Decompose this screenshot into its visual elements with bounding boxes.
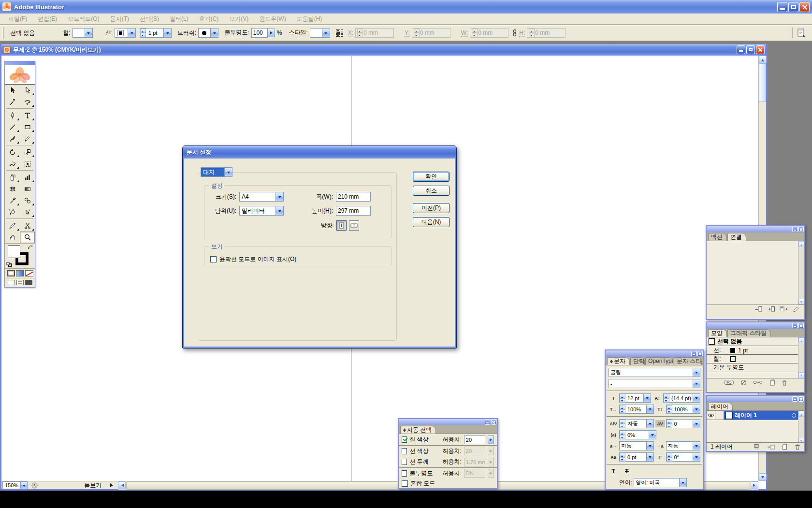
layer-row[interactable]: 레이어 1 — [707, 411, 798, 420]
fill-tolerance-field[interactable]: 20 — [464, 435, 485, 444]
link-dimensions-icon[interactable] — [512, 29, 517, 37]
gradient-tool[interactable] — [20, 183, 35, 195]
new-art-maintains-appearance-icon[interactable] — [724, 379, 734, 385]
portrait-orientation-button[interactable] — [336, 220, 347, 231]
leading-combo[interactable]: (14.4 pt) — [663, 393, 700, 403]
stroke-color-dropdown[interactable] — [115, 28, 136, 38]
go-to-bridge-icon[interactable] — [797, 28, 807, 38]
line-segment-tool[interactable] — [5, 121, 20, 133]
tab-character[interactable]: 문자 — [607, 357, 630, 365]
slice-tool[interactable] — [5, 220, 20, 232]
layer-visibility-toggle[interactable] — [707, 411, 715, 420]
stepper-icon[interactable] — [620, 420, 625, 428]
tab-opentype[interactable]: OpenType — [645, 357, 673, 365]
vertical-scroll-thumb[interactable] — [759, 63, 766, 102]
unit-dropdown[interactable]: 밀리미터 — [239, 206, 284, 216]
tsume-combo[interactable]: 0% — [619, 430, 656, 439]
current-tool-status[interactable]: 돋보기 — [84, 481, 102, 490]
zoom-level-dropdown[interactable]: 150% — [2, 481, 28, 489]
scroll-up-button[interactable] — [798, 411, 804, 417]
stepper-icon[interactable] — [664, 394, 669, 403]
rotate-tool[interactable] — [5, 146, 20, 158]
menu-filter[interactable]: 필터(L) — [164, 15, 194, 23]
swap-fill-stroke-icon[interactable] — [28, 245, 33, 250]
tab-layers[interactable]: 레이어 — [708, 403, 733, 410]
palette-minimize-button[interactable] — [485, 420, 490, 425]
palette-close-button[interactable] — [798, 227, 804, 232]
tab-paragraph[interactable]: 단락 — [630, 357, 645, 365]
stepper-icon[interactable] — [620, 431, 625, 439]
next-button[interactable]: 다음(N) — [413, 217, 450, 227]
w-field[interactable]: 0 mm — [470, 28, 508, 38]
width-field[interactable]: 210 mm — [336, 192, 371, 202]
palette-titlebar[interactable] — [399, 419, 497, 425]
previous-button[interactable]: 이전(P) — [413, 203, 450, 213]
tab-graphic-styles[interactable]: 그래픽 스타일 — [727, 329, 771, 337]
dialog-section-dropdown[interactable]: 대지 — [201, 167, 232, 177]
appearance-row-selection[interactable]: 선택 없음 — [707, 337, 798, 346]
character-rotation-combo[interactable]: 0° — [666, 452, 701, 462]
symbol-sprayer-tool[interactable] — [5, 172, 20, 183]
palette-titlebar[interactable] — [606, 350, 703, 357]
appearance-row-fill[interactable]: 칠: — [707, 355, 798, 363]
h-field[interactable]: 0 mm — [527, 28, 566, 38]
ok-button[interactable]: 확인 — [413, 172, 450, 182]
stroke-color-checkbox[interactable] — [402, 448, 407, 454]
baseline-shift-combo[interactable]: 0 pt — [619, 452, 654, 462]
scissors-tool[interactable] — [20, 220, 35, 232]
stepper-icon[interactable] — [620, 394, 625, 403]
warp-tool[interactable] — [5, 158, 20, 170]
x-field[interactable]: 0 mm — [355, 28, 394, 38]
menu-object[interactable]: 오브젝트(O) — [62, 15, 104, 23]
font-size-combo[interactable]: 12 pt — [619, 393, 651, 403]
relink-icon[interactable] — [754, 306, 763, 312]
font-style-dropdown[interactable]: - — [609, 379, 700, 388]
landscape-orientation-button[interactable] — [349, 220, 359, 231]
doc-minimize-button[interactable] — [737, 45, 745, 54]
paintbrush-tool[interactable] — [5, 133, 20, 145]
stroke-label[interactable]: 선: — [105, 29, 113, 37]
free-transform-tool[interactable] — [20, 158, 35, 170]
appearance-row-transparency[interactable]: 기본 투명도 — [707, 363, 798, 372]
scroll-down-button[interactable] — [759, 473, 767, 481]
scroll-left-button[interactable] — [118, 481, 126, 489]
default-fill-stroke-icon[interactable] — [6, 262, 12, 267]
stepper-icon[interactable] — [620, 453, 625, 462]
create-sublayer-icon[interactable] — [767, 444, 775, 450]
live-paint-selection-tool[interactable] — [20, 206, 35, 218]
delete-layer-icon[interactable] — [795, 444, 800, 450]
aki-left-dropdown[interactable]: 자동 — [619, 441, 654, 450]
illustrator-logo[interactable] — [5, 65, 35, 85]
tab-actions[interactable]: 액션 — [708, 233, 727, 241]
layer-item[interactable]: 레이어 1 — [724, 411, 798, 420]
doc-close-button[interactable] — [756, 45, 765, 54]
document-titlebar[interactable]: 무제-2 @ 150% (CMYK/미리보기) — [1, 44, 766, 56]
appearance-row-stroke[interactable]: 선: 1 pt — [707, 346, 798, 355]
palette-close-button[interactable] — [491, 420, 496, 425]
menu-type[interactable]: 문자(T) — [105, 15, 134, 23]
y-field[interactable]: 0 mm — [412, 28, 450, 38]
live-paint-bucket-tool[interactable] — [5, 206, 20, 218]
tab-magic-wand[interactable]: 자동 선택 — [400, 426, 436, 434]
height-field[interactable]: 297 mm — [336, 206, 371, 216]
stepper-icon[interactable] — [667, 405, 672, 414]
kerning-combo[interactable]: 자동 — [619, 419, 654, 428]
tracking-combo[interactable]: 0 — [666, 419, 701, 428]
scroll-down-button[interactable] — [798, 299, 804, 305]
palette-scrollbar[interactable] — [798, 241, 804, 305]
fill-color-checkbox[interactable] — [402, 436, 407, 443]
standard-screen-mode-button[interactable] — [8, 280, 15, 285]
palette-titlebar[interactable] — [707, 226, 804, 232]
scroll-down-button[interactable] — [798, 372, 804, 378]
lasso-tool[interactable] — [20, 96, 35, 108]
menu-select[interactable]: 선택(S) — [134, 15, 164, 23]
full-screen-mode-button[interactable] — [25, 280, 32, 285]
stepper-icon[interactable] — [140, 29, 146, 37]
reference-point-icon[interactable] — [336, 29, 343, 37]
tab-links[interactable]: 연결 — [727, 233, 746, 241]
palette-minimize-button[interactable] — [691, 351, 696, 356]
pen-tool[interactable] — [5, 110, 20, 121]
menu-effect[interactable]: 효과(C) — [194, 15, 224, 23]
zoom-tool[interactable] — [20, 232, 35, 243]
direct-selection-tool[interactable] — [20, 85, 35, 96]
